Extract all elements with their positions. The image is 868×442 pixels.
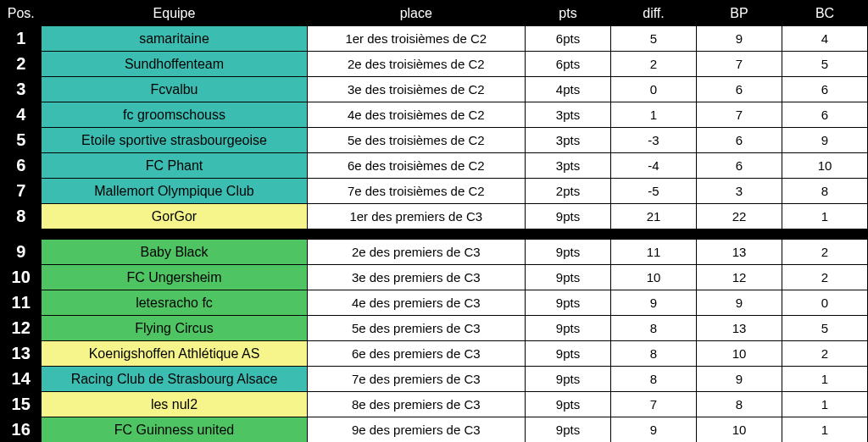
bp-cell: 10 [697,417,782,443]
place-cell: 2e des premiers de C3 [307,240,526,265]
bc-cell: 4 [782,26,867,52]
bc-cell: 2 [782,265,867,290]
diff-cell: 9 [611,290,697,316]
pts-cell: 9pts [526,265,611,290]
diff-cell: 5 [611,26,697,52]
team-cell: GorGor [42,204,307,229]
bp-cell: 9 [697,367,782,392]
pos-cell: 16 [1,417,42,443]
table-row: 9Baby Black2e des premiers de C39pts1113… [1,240,868,265]
pts-cell: 2pts [526,179,611,204]
team-cell: Flying Circus [42,316,307,341]
diff-cell: 7 [611,392,697,417]
bc-cell: 8 [782,179,867,204]
pts-cell: 3pts [526,128,611,153]
diff-cell: 8 [611,316,697,341]
team-cell: FC Guinness united [42,417,307,443]
bp-cell: 13 [697,316,782,341]
pts-cell: 3pts [526,102,611,128]
team-cell: letesracho fc [42,290,307,316]
place-cell: 9e des premiers de C3 [307,417,526,443]
table-row: 4fc groomschouss4e des troisièmes de C23… [1,102,868,128]
table-row: 11letesracho fc4e des premiers de C39pts… [1,290,868,316]
table-row: 8GorGor1er des premiers de C39pts21221 [1,204,868,229]
place-cell: 1er des premiers de C3 [307,204,526,229]
pts-cell: 9pts [526,392,611,417]
bp-cell: 6 [697,128,782,153]
table-row: 12Flying Circus5e des premiers de C39pts… [1,316,868,341]
bc-cell: 5 [782,316,867,341]
place-cell: 7e des premiers de C3 [307,367,526,392]
bc-cell: 0 [782,290,867,316]
team-cell: FC Phant [42,153,307,179]
pos-cell: 12 [1,316,42,341]
place-cell: 5e des premiers de C3 [307,316,526,341]
pos-cell: 10 [1,265,42,290]
table-row: 16FC Guinness united9e des premiers de C… [1,417,868,443]
col-header-team: Equipe [42,1,307,26]
team-cell: Koenigshoffen Athlétique AS [42,341,307,367]
table-row: 10FC Ungersheim3e des premiers de C39pts… [1,265,868,290]
bc-cell: 2 [782,341,867,367]
pts-cell: 9pts [526,341,611,367]
bp-cell: 3 [697,179,782,204]
bp-cell: 10 [697,341,782,367]
diff-cell: 21 [611,204,697,229]
pos-cell: 15 [1,392,42,417]
place-cell: 3e des troisièmes de C2 [307,77,526,102]
bc-cell: 9 [782,128,867,153]
section-gap [1,229,868,240]
diff-cell: 2 [611,52,697,77]
diff-cell: 10 [611,265,697,290]
team-cell: FC Ungersheim [42,265,307,290]
pos-cell: 8 [1,204,42,229]
team-cell: Mallemort Olympique Club [42,179,307,204]
bc-cell: 5 [782,52,867,77]
pos-cell: 6 [1,153,42,179]
place-cell: 4e des premiers de C3 [307,290,526,316]
standings-table: Pos. Equipe place pts diff. BP BC 1samar… [0,0,868,442]
pts-cell: 9pts [526,417,611,443]
pos-cell: 5 [1,128,42,153]
place-cell: 6e des troisièmes de C2 [307,153,526,179]
pos-cell: 9 [1,240,42,265]
place-cell: 7e des troisièmes de C2 [307,179,526,204]
pts-cell: 9pts [526,204,611,229]
gap-cell [1,229,868,240]
team-cell: les nul2 [42,392,307,417]
bp-cell: 12 [697,265,782,290]
bp-cell: 13 [697,240,782,265]
pos-cell: 3 [1,77,42,102]
pts-cell: 6pts [526,26,611,52]
diff-cell: -4 [611,153,697,179]
col-header-place: place [307,1,526,26]
table-header-row: Pos. Equipe place pts diff. BP BC [1,1,868,26]
col-header-bc: BC [782,1,867,26]
place-cell: 2e des troisièmes de C2 [307,52,526,77]
diff-cell: 11 [611,240,697,265]
place-cell: 8e des premiers de C3 [307,392,526,417]
diff-cell: -5 [611,179,697,204]
bc-cell: 10 [782,153,867,179]
col-header-bp: BP [697,1,782,26]
diff-cell: 9 [611,417,697,443]
place-cell: 3e des premiers de C3 [307,265,526,290]
bc-cell: 6 [782,102,867,128]
team-cell: Baby Black [42,240,307,265]
team-cell: fc groomschouss [42,102,307,128]
diff-cell: 0 [611,77,697,102]
bp-cell: 7 [697,52,782,77]
pts-cell: 6pts [526,52,611,77]
pts-cell: 4pts [526,77,611,102]
bc-cell: 2 [782,240,867,265]
bp-cell: 8 [697,392,782,417]
bp-cell: 6 [697,77,782,102]
bp-cell: 9 [697,26,782,52]
bc-cell: 6 [782,77,867,102]
pts-cell: 9pts [526,316,611,341]
pts-cell: 3pts [526,153,611,179]
team-cell: Sundhoffenteam [42,52,307,77]
pos-cell: 4 [1,102,42,128]
diff-cell: 1 [611,102,697,128]
place-cell: 6e des premiers de C3 [307,341,526,367]
